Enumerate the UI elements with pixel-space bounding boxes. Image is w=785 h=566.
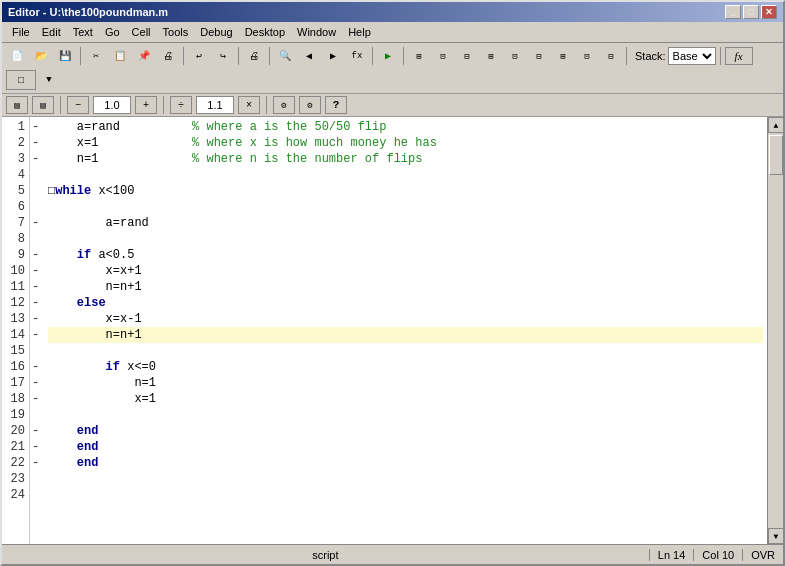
menu-cell[interactable]: Cell [126,24,157,40]
code-line-8 [48,231,763,247]
status-ovr: OVR [743,549,783,561]
cut-button[interactable]: ✂ [85,45,107,67]
line-dash-13: - [32,311,42,327]
scroll-thumb[interactable] [769,135,783,175]
col-label: Col [702,549,719,561]
save-button[interactable]: 💾 [54,45,76,67]
zoom1-input[interactable]: 1.0 [93,96,131,114]
line-dash-11: - [32,279,42,295]
help-btn[interactable]: ? [325,96,347,114]
line-dash-16: - [32,359,42,375]
scroll-down-button[interactable]: ▼ [768,528,783,544]
settings-btn2[interactable]: ⚙ [299,96,321,114]
tb-btn8[interactable]: ⊡ [576,45,598,67]
matrix-button[interactable]: □ [6,70,36,90]
code-line-6 [48,199,763,215]
line-number-13: 13 [6,311,25,327]
tb-btn3[interactable]: ⊟ [456,45,478,67]
x-btn[interactable]: × [238,96,260,114]
code-content[interactable]: a=rand % where a is the 50/50 flip x=1 %… [44,117,767,544]
divide-btn[interactable]: ÷ [170,96,192,114]
menubar: File Edit Text Go Cell Tools Debug Deskt… [2,22,783,43]
tb-btn5[interactable]: ⊡ [504,45,526,67]
maximize-button[interactable]: □ [743,5,759,19]
copy-button[interactable]: 📋 [109,45,131,67]
editor-area: 123456789101112131415161718192021222324 … [2,117,783,544]
line-number-22: 22 [6,455,25,471]
menu-go[interactable]: Go [99,24,126,40]
line-dash-15 [32,343,42,359]
tb-btn2[interactable]: ⊡ [432,45,454,67]
code-line-11: n=n+1 [48,279,763,295]
fx-button[interactable]: fx [725,47,753,65]
sep7 [626,47,627,65]
code-line-18: x=1 [48,391,763,407]
tb-btn1[interactable]: ⊞ [408,45,430,67]
arrow-btn[interactable]: ▼ [38,69,60,91]
code-line-5: □while x<100 [48,183,763,199]
print-button[interactable]: 🖨 [157,45,179,67]
run-button[interactable]: ▶ [377,45,399,67]
col-value: 10 [722,549,734,561]
minimize-button[interactable]: _ [725,5,741,19]
line-dash-10: - [32,263,42,279]
line-dash-18: - [32,391,42,407]
line-number-11: 11 [6,279,25,295]
fx2-button[interactable]: fx [346,45,368,67]
settings-btn1[interactable]: ⚙ [273,96,295,114]
code-line-17: n=1 [48,375,763,391]
code-line-20: end [48,423,763,439]
tb-btn9[interactable]: ⊟ [600,45,622,67]
line-dash-20: - [32,423,42,439]
sep2 [183,47,184,65]
line-dash-19 [32,407,42,423]
print2-button[interactable]: 🖨 [243,45,265,67]
fwd-button[interactable]: ▶ [322,45,344,67]
scroll-up-button[interactable]: ▲ [768,117,783,133]
open-button[interactable]: 📂 [30,45,52,67]
tb-btn6[interactable]: ⊟ [528,45,550,67]
line-number-20: 20 [6,423,25,439]
redo-button[interactable]: ↪ [212,45,234,67]
line-number-9: 9 [6,247,25,263]
undo-button[interactable]: ↩ [188,45,210,67]
menu-debug[interactable]: Debug [194,24,238,40]
menu-window[interactable]: Window [291,24,342,40]
sep8 [720,47,721,65]
sep3 [238,47,239,65]
code-line-24 [48,487,763,503]
decrease-btn[interactable]: − [67,96,89,114]
vertical-scrollbar[interactable]: ▲ ▼ [767,117,783,544]
line-number-14: 14 [6,327,25,343]
line-number-12: 12 [6,295,25,311]
line-dash-4 [32,167,42,183]
tb-btn4[interactable]: ⊞ [480,45,502,67]
line-dash-22: - [32,455,42,471]
line-dash-9: - [32,247,42,263]
scroll-track[interactable] [768,133,783,528]
line-dash-17: - [32,375,42,391]
paste-button[interactable]: 📌 [133,45,155,67]
tb-btn7[interactable]: ⊞ [552,45,574,67]
main-window: Editor - U:\the100poundman.m _ □ ✕ File … [0,0,785,566]
line-number-5: 5 [6,183,25,199]
menu-tools[interactable]: Tools [157,24,195,40]
row-toggle-button[interactable]: ▤ [32,96,54,114]
col-toggle-button[interactable]: ▤ [6,96,28,114]
line-number-4: 4 [6,167,25,183]
line-dash-3: - [32,151,42,167]
menu-text[interactable]: Text [67,24,99,40]
find-button[interactable]: 🔍 [274,45,296,67]
code-line-9: if a<0.5 [48,247,763,263]
menu-edit[interactable]: Edit [36,24,67,40]
menu-file[interactable]: File [6,24,36,40]
line-number-1: 1 [6,119,25,135]
menu-desktop[interactable]: Desktop [239,24,291,40]
stack-select[interactable]: Base [668,47,716,65]
close-button[interactable]: ✕ [761,5,777,19]
menu-help[interactable]: Help [342,24,377,40]
new-button[interactable]: 📄 [6,45,28,67]
zoom2-input[interactable]: 1.1 [196,96,234,114]
back-button[interactable]: ◀ [298,45,320,67]
increase-btn[interactable]: + [135,96,157,114]
